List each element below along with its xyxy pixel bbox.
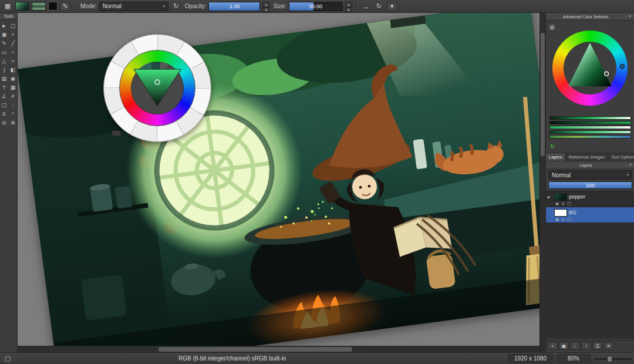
move-layer-down-button[interactable]: ↓ (570, 342, 580, 350)
layers-docker-titlebar[interactable]: Layers ▫ ✕ (546, 161, 634, 169)
vertical-scrollbar[interactable] (539, 13, 545, 352)
layer-row-pepper[interactable]: ▸ pepper ◉ α ▢ (546, 191, 634, 207)
tools-docker-title[interactable]: Tools (0, 13, 17, 20)
similar-select-tool[interactable]: * (9, 110, 17, 118)
polygon-tool[interactable]: △ (0, 57, 8, 65)
zoom-slider-knob[interactable] (607, 356, 612, 362)
inherit-alpha-icon[interactable]: ▢ (567, 217, 571, 222)
polyline-tool[interactable]: ≈ (9, 57, 17, 65)
sv-triangle[interactable] (552, 31, 628, 106)
rect-select-tool[interactable]: ▢ (0, 101, 8, 109)
canvas-area[interactable] (18, 13, 539, 352)
layer-opacity-value: 100 (549, 182, 632, 189)
sv-triangle[interactable] (130, 63, 184, 110)
fill-tool[interactable]: ◧ (9, 66, 17, 74)
close-icon[interactable]: ✕ (629, 163, 632, 167)
alpha-lock-icon[interactable]: α (562, 201, 564, 206)
float-icon[interactable]: ▫ (626, 163, 627, 167)
shape-select-tool[interactable]: ► (0, 22, 8, 30)
gradient-swatch[interactable] (15, 2, 29, 11)
rectangle-tool[interactable]: ▭ (0, 48, 8, 56)
layer-thumbnail[interactable] (554, 209, 567, 217)
delete-layer-button[interactable]: ✕ (603, 342, 613, 350)
shade-strip[interactable] (549, 130, 631, 134)
foreground-color-swatch[interactable] (48, 2, 58, 11)
tab-layers[interactable]: Layers (546, 153, 566, 161)
spin-up-icon[interactable]: ▴ (345, 2, 352, 7)
blending-mode-select[interactable]: Normal ▾ (99, 2, 168, 11)
shade-selector[interactable] (549, 116, 631, 140)
freehand-select-tool[interactable]: S (0, 110, 8, 118)
pattern-tool[interactable]: ▦ (9, 83, 17, 92)
toolbar-separator (356, 1, 357, 12)
ellipse-tool[interactable]: ○ (9, 48, 17, 56)
layer-opacity-slider[interactable]: 100 (548, 181, 632, 189)
layer-properties-button[interactable]: ☰ (592, 342, 602, 350)
spin-down-icon[interactable]: ▾ (262, 7, 269, 12)
canvas-artwork[interactable] (18, 13, 539, 352)
color-wheel[interactable] (552, 31, 628, 106)
zoom-slider[interactable] (594, 355, 632, 363)
alpha-lock-icon[interactable]: α (562, 217, 564, 222)
duplicate-layer-button[interactable]: ▣ (559, 342, 569, 350)
inherit-alpha-icon[interactable]: ▢ (567, 201, 571, 206)
hue-marker[interactable] (620, 64, 625, 69)
layer-blend-mode-select[interactable]: Normal ▾ (548, 170, 632, 180)
pattern-swatch[interactable] (32, 2, 46, 11)
color-sampler-tool[interactable]: ◉ (9, 75, 17, 83)
advanced-color-selector-titlebar[interactable]: Advanced Color Selector ▫ ✕ (546, 13, 634, 21)
layer-name[interactable]: pepper (569, 194, 585, 200)
zoom-level-label[interactable]: 80% (557, 354, 591, 363)
gradient-tool[interactable]: ▤ (0, 75, 8, 83)
horizontal-scrollbar-thumb[interactable] (158, 347, 352, 352)
size-slider[interactable]: 30.00 (289, 2, 343, 11)
spin-down-icon[interactable]: ▾ (345, 7, 352, 12)
mirror-horizontal-icon[interactable]: ↔ (361, 2, 372, 11)
assistants-tool[interactable]: # (9, 92, 17, 100)
visibility-eye-icon[interactable]: ◉ (555, 217, 559, 222)
tab-tool-options[interactable]: Tool Options (608, 153, 634, 161)
palette-tag-handle[interactable] (112, 130, 121, 136)
popup-palette[interactable] (103, 34, 211, 142)
measure-tool[interactable]: ∠ (0, 92, 8, 100)
selection-indicator-icon[interactable]: ▢ (2, 354, 13, 363)
opacity-spinner[interactable]: ▴ ▾ (262, 2, 269, 11)
layer-row-bg[interactable]: BG ◉ α ▢ (546, 207, 634, 223)
right-dock: Advanced Color Selector ▫ ✕ ⚙ (545, 13, 634, 352)
advanced-color-selector-title: Advanced Color Selector (548, 15, 623, 19)
expand-arrow-icon[interactable]: ▸ (548, 194, 552, 200)
opacity-slider[interactable]: 1.00 (208, 2, 260, 11)
layer-thumbnail[interactable] (554, 193, 567, 201)
crop-tool[interactable]: ▣ (0, 31, 8, 39)
refresh-icon[interactable]: ↻ (549, 143, 557, 150)
spin-up-icon[interactable]: ▴ (262, 2, 269, 7)
line-tool[interactable]: ╱ (9, 39, 17, 48)
move-tool[interactable]: + (9, 31, 17, 39)
vertical-scrollbar-thumb[interactable] (541, 33, 545, 156)
horizontal-scrollbar[interactable] (18, 346, 539, 352)
ellipse-select-tool[interactable]: ◌ (9, 101, 17, 109)
add-layer-button[interactable]: + (548, 342, 558, 350)
layer-name[interactable]: BG (569, 210, 576, 215)
shade-strip[interactable] (549, 116, 631, 120)
visibility-eye-icon[interactable]: ◉ (555, 201, 559, 206)
shade-strip[interactable] (549, 126, 631, 129)
pan-tool[interactable]: ⊕ (9, 119, 17, 127)
grid-icon[interactable]: ▦ (2, 2, 13, 11)
size-spinner[interactable]: ▴ ▾ (345, 2, 352, 11)
text-tool[interactable]: T (0, 83, 8, 92)
shade-strip[interactable] (549, 121, 631, 124)
float-icon[interactable]: ▫ (625, 15, 626, 19)
brush-editor-button[interactable]: ✎ (60, 2, 70, 11)
freehand-brush-tool[interactable]: ✎ (0, 39, 8, 48)
reload-preset-icon[interactable]: ↻ (171, 2, 181, 11)
move-layer-up-button[interactable]: ↑ (581, 342, 591, 350)
shade-strip[interactable] (549, 135, 631, 139)
transform-tool[interactable]: ▢ (9, 22, 17, 30)
tab-reference-images[interactable]: Reference Images (566, 153, 608, 161)
zoom-tool[interactable]: ◎ (0, 119, 8, 127)
wraparound-icon[interactable]: ↻ (374, 2, 385, 11)
workspace-chooser-icon[interactable]: ▾ (387, 2, 397, 11)
close-icon[interactable]: ✕ (628, 14, 632, 19)
bezier-curve-tool[interactable]: ∫ (0, 66, 8, 74)
